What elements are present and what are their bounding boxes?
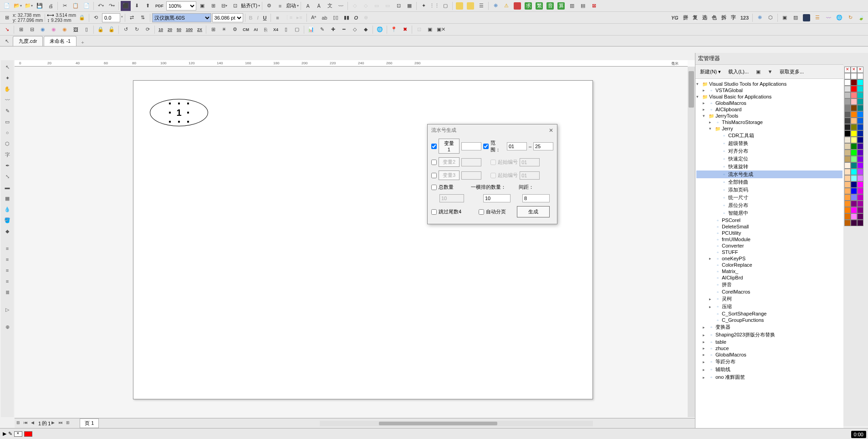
rect2-tool[interactable]: ▬	[2, 182, 12, 192]
ungroup-button[interactable]: ⊟	[27, 25, 37, 35]
color-swatch[interactable]	[851, 169, 857, 175]
color-swatch[interactable]	[857, 79, 863, 86]
color-swatch[interactable]	[857, 92, 863, 98]
tree-item[interactable]: ▫PSCorel	[696, 217, 842, 223]
tree-item[interactable]: ▫frmUIModule	[696, 236, 842, 243]
color-swatch[interactable]	[844, 201, 851, 207]
tree-item[interactable]: ▸▫GlobalMacros	[696, 100, 842, 106]
color-swatch[interactable]	[857, 73, 863, 79]
page-prev-button[interactable]: ◀	[31, 420, 37, 427]
tree-item[interactable]: ▸▫AIClipboard	[696, 106, 842, 113]
color-swatch[interactable]	[857, 175, 863, 181]
color-swatch[interactable]	[857, 137, 863, 143]
tree-item[interactable]: ▫快速旋转	[696, 163, 842, 170]
vertical-scrollbar[interactable]	[688, 67, 695, 417]
tree-item[interactable]: ▫STUFF	[696, 249, 842, 255]
underline-button[interactable]: U	[261, 13, 269, 23]
page-tab[interactable]: 页 1	[80, 418, 99, 428]
tree-item[interactable]: ▫流水号生成	[696, 170, 842, 178]
color-swatch[interactable]	[851, 220, 857, 226]
page-next2-button[interactable]: ⏭	[59, 420, 65, 427]
rotate-ccw-icon[interactable]: ↺	[121, 25, 131, 35]
pencil-icon[interactable]: ✎	[317, 25, 327, 35]
range-from-input[interactable]	[507, 142, 527, 150]
list2-icon[interactable]: ☰	[812, 13, 822, 23]
n50-button[interactable]: 50	[175, 25, 183, 35]
x4-button[interactable]: X4	[271, 25, 280, 35]
shape-tool[interactable]: ✦	[2, 73, 12, 83]
tree-item[interactable]: ▸▫Shaping2023拼版分布替换	[696, 331, 842, 339]
yellow2-button[interactable]	[465, 1, 475, 11]
n100-button[interactable]: 100	[184, 25, 194, 35]
page-add-button[interactable]: ⊞	[66, 420, 72, 427]
tab-add-button[interactable]: +	[77, 39, 87, 46]
globe-icon[interactable]: 🌐	[834, 13, 844, 23]
o-button[interactable]: O	[352, 13, 360, 23]
tree-item[interactable]: ▫CDR工具箱	[696, 132, 842, 139]
text-aa-button[interactable]: Ā	[314, 1, 324, 11]
color-swatch[interactable]	[857, 150, 863, 156]
color-swatch[interactable]	[857, 213, 863, 220]
ruler-horizontal[interactable]: 0 20 40 60 80 100 120 140 160 180 200 22…	[15, 60, 688, 67]
origin-button[interactable]: ⊞	[2, 13, 12, 23]
char-xuan[interactable]: 选	[700, 13, 709, 23]
eyedropper-tool[interactable]: 💧	[2, 204, 12, 214]
delete-icon[interactable]: ✖	[400, 25, 410, 35]
tree-item[interactable]: ▾📁Jerry	[696, 125, 842, 132]
pen-tool[interactable]: ✒	[2, 160, 12, 170]
calendar-button[interactable]: ▤	[578, 1, 588, 11]
font-size-select[interactable]: 36.086 pt	[212, 13, 243, 22]
open-button[interactable]: 📂▾	[13, 1, 23, 11]
color-swatch[interactable]	[851, 92, 857, 98]
color-swatch[interactable]	[857, 118, 863, 124]
tree-item[interactable]: ▫Converter	[696, 243, 842, 249]
color-swatch[interactable]	[857, 201, 863, 207]
align-button[interactable]: ≡	[275, 1, 285, 11]
plus2-icon[interactable]: ✚	[328, 25, 338, 35]
color-swatch[interactable]	[844, 169, 851, 175]
color-swatch[interactable]	[857, 207, 863, 213]
fill-tool[interactable]: 🪣	[2, 215, 12, 225]
plus-tool[interactable]: ⊕	[2, 322, 12, 332]
lock-icon[interactable]: 🔒	[96, 25, 106, 35]
text-tool[interactable]: 字	[2, 150, 12, 160]
add-button[interactable]: ⊕	[361, 13, 371, 23]
redo-button[interactable]: ↷▾	[107, 1, 117, 11]
shape4-button[interactable]: ▭	[383, 1, 393, 11]
color-swatch[interactable]	[851, 111, 857, 118]
image-icon[interactable]: 🖼	[71, 25, 81, 35]
grid-button[interactable]: ⊞	[208, 1, 218, 11]
bezier-tool[interactable]: ✎	[2, 106, 12, 116]
indent-button[interactable]: ▸≡	[295, 13, 305, 23]
tree-item[interactable]: ▫DeleteSmall	[696, 223, 842, 230]
book-icon[interactable]: ▢	[292, 25, 302, 35]
ellipse-tool[interactable]: ○	[2, 128, 12, 138]
fullscreen-button[interactable]: ▣	[197, 1, 207, 11]
macro-tree[interactable]: ▾📁Visual Studio Tools for Applications▸▫…	[695, 79, 843, 428]
bullets-button[interactable]: ⋮≡	[284, 13, 294, 23]
green3-button[interactable]: 音	[545, 1, 555, 11]
color-swatch[interactable]	[844, 143, 851, 150]
nodes-button[interactable]: ⋮⋮	[429, 1, 439, 11]
color-swatch[interactable]	[844, 86, 851, 92]
flip-h-button[interactable]: ⇄	[127, 13, 137, 23]
settings-button[interactable]: ⚙	[264, 1, 274, 11]
save-button[interactable]: 💾	[35, 1, 45, 11]
var3-checkbox[interactable]	[431, 173, 437, 178]
color-swatch[interactable]	[857, 162, 863, 169]
circle-pink-icon[interactable]: ◉	[49, 25, 59, 35]
bounds-button[interactable]: ▦	[404, 1, 414, 11]
green2-button[interactable]: 繁	[534, 1, 544, 11]
color-swatch[interactable]	[851, 124, 857, 130]
align-tool2[interactable]: ≡	[2, 254, 12, 264]
sq1-icon[interactable]: ▣	[780, 13, 790, 23]
color-swatch[interactable]	[844, 79, 851, 86]
color-swatch[interactable]	[844, 150, 851, 156]
ai-button[interactable]: AI	[252, 25, 260, 35]
range-to-input[interactable]	[533, 142, 553, 150]
tree-item[interactable]: ▫Matrix_	[696, 268, 842, 274]
color-swatch[interactable]	[844, 156, 851, 162]
var3-button[interactable]: 变量3	[439, 170, 460, 180]
wave-icon[interactable]: 〰	[823, 13, 833, 23]
skip4-checkbox[interactable]	[431, 209, 437, 215]
